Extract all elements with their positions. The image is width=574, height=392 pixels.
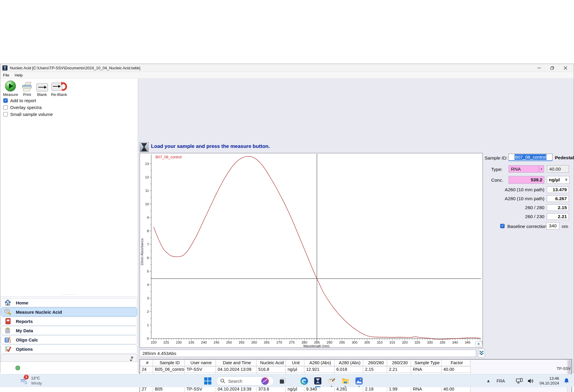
column-header[interactable]: A280 (Abs) (335, 359, 363, 366)
measure-button[interactable]: Measure (1, 79, 20, 97)
sidebar-more-button[interactable]: » (1, 354, 137, 362)
column-header[interactable]: Nucleic Acid (257, 359, 286, 366)
file-explorer-button[interactable] (340, 376, 350, 386)
sidebar-item-home[interactable]: Home (1, 298, 137, 307)
minimize-button[interactable] (532, 64, 546, 72)
nanodrop-app-button[interactable] (313, 376, 323, 386)
edge-browser-button[interactable] (299, 376, 309, 386)
a280-label: A280 (10 mm path) (483, 196, 544, 201)
reports-icon (4, 317, 12, 325)
factor-field[interactable]: 40.00 (547, 165, 569, 173)
blank-button[interactable]: Blank (35, 79, 50, 97)
search-input[interactable] (228, 378, 260, 384)
volume-button[interactable] (527, 378, 534, 384)
chevron-down-icon[interactable]: ∨ (565, 177, 568, 182)
sidebar-item-label: Home (16, 300, 28, 305)
svg-text:250: 250 (226, 341, 232, 344)
checkbox-icon[interactable] (3, 112, 8, 117)
blank-arrow-icon (36, 80, 48, 92)
svg-text:225: 225 (163, 341, 169, 344)
weather-widget[interactable]: 1 13°C Windy (20, 376, 42, 386)
concentration-field[interactable]: 539.2 (509, 176, 544, 184)
task-view-button[interactable] (277, 376, 288, 386)
sidebar-item-reports[interactable]: Reports (1, 317, 137, 326)
table-row[interactable]: 24B05_06_controlTP-SSV04.10.2024 13:0951… (140, 366, 471, 373)
baseline-correction-checkbox[interactable] (500, 224, 505, 228)
window-title: Nucleic Acid [C:\Users\TP-SSV\Documents\… (10, 66, 140, 70)
column-header[interactable]: Sample Type (411, 359, 442, 366)
language-indicator[interactable]: FRA (497, 379, 505, 383)
sidebar-item-my-data[interactable]: My Data (1, 326, 137, 335)
sidebar-item-label: Reports (16, 319, 33, 324)
photos-icon (355, 377, 363, 385)
option-label: Overlay spectra (10, 105, 42, 110)
baseline-unit-label: nm (562, 224, 568, 229)
unit-select[interactable]: ng/µl∨ (547, 176, 570, 184)
svg-text:8: 8 (147, 229, 149, 233)
svg-text:B07_08_control: B07_08_control (155, 155, 182, 159)
sidebar-item-options[interactable]: Options (1, 344, 137, 353)
menu-help[interactable]: Help (12, 72, 25, 78)
left-panel: Measure Print Blank (0, 79, 138, 373)
column-header[interactable]: Factor (442, 359, 471, 366)
table-cell: ng/µl (286, 366, 304, 373)
expand-table-button[interactable] (478, 349, 485, 358)
photos-app-button[interactable] (354, 376, 364, 386)
table-cell: 2.21 (387, 366, 411, 373)
column-header[interactable]: Date and Time (216, 359, 257, 366)
column-header[interactable]: 260/230 (387, 359, 411, 366)
paint-app-button[interactable] (326, 376, 337, 386)
column-header[interactable]: Unit (286, 359, 304, 366)
column-header[interactable]: 260/280 (363, 359, 387, 366)
sidebar-item-oligo-calc[interactable]: Oligo Calc (1, 335, 137, 344)
column-header[interactable]: A260 (Abs) (304, 359, 335, 366)
taskbar-search[interactable] (216, 376, 274, 386)
print-button[interactable]: Print (20, 79, 35, 97)
checkbox-icon[interactable] (3, 105, 8, 110)
reblank-button[interactable]: Re-Blank (50, 79, 69, 97)
table-cell: 6.018 (335, 366, 363, 373)
notifications-button[interactable] (563, 378, 570, 384)
table-header: #Sample IDUser nameDate and TimeNucleic … (140, 359, 572, 366)
add-to-report-option[interactable]: Add to report (3, 97, 53, 104)
close-button[interactable] (559, 64, 572, 72)
svg-text:270: 270 (276, 341, 282, 344)
overlay-spectra-option[interactable]: Overlay spectra (3, 104, 53, 111)
status-user: TP-SSV (557, 366, 571, 371)
small-sample-volume-option[interactable]: Small sample volume (3, 111, 53, 118)
title-bar[interactable]: Nucleic Acid [C:\Users\TP-SSV\Documents\… (0, 64, 574, 72)
measure-label: Measure (3, 92, 18, 97)
option-label: Add to report (10, 98, 36, 103)
a260-value: 13.479 (547, 186, 569, 193)
start-button[interactable] (203, 376, 213, 386)
ratio-260-230-value: 2.21 (547, 213, 569, 220)
checkbox-icon[interactable] (3, 98, 8, 103)
svg-text:9: 9 (147, 216, 149, 219)
svg-text:235: 235 (188, 341, 194, 344)
paint-icon (328, 377, 335, 385)
svg-text:3: 3 (147, 296, 149, 300)
svg-text:6: 6 (147, 256, 149, 260)
spectrum-chart[interactable]: 2202252302352402452502552602652702752802… (140, 153, 483, 348)
baseline-wavelength-field[interactable]: 340 (546, 222, 559, 229)
display-network-button[interactable] (516, 378, 523, 384)
tray-overflow-button[interactable]: ∧ (487, 379, 490, 383)
reblank-arrow-icon (51, 80, 67, 92)
spectrum-plot[interactable]: 2202252302352402452502552602652702752802… (140, 153, 483, 347)
type-select[interactable]: RNA▾ (509, 165, 544, 173)
sample-id-input[interactable]: B07_08_control (509, 154, 552, 161)
collapse-panel-button[interactable]: « (475, 341, 482, 346)
sidebar-item-measure-nucleic-acid[interactable]: Measure Nucleic Acid (1, 307, 137, 316)
column-header[interactable]: User name (185, 359, 216, 366)
copilot-icon[interactable] (261, 377, 269, 385)
splitter-handle[interactable]: ·········· (0, 293, 138, 295)
dropdown-arrow-icon[interactable]: ▾ (539, 166, 544, 172)
svg-text:275: 275 (289, 341, 294, 344)
taskbar-center (203, 374, 364, 388)
menu-file[interactable]: File (0, 72, 12, 78)
column-header[interactable]: # (140, 359, 153, 366)
sample-id-label: Sample ID: (485, 155, 508, 161)
restore-button[interactable] (546, 64, 559, 72)
column-header[interactable]: Sample ID (153, 359, 185, 366)
clock-widget[interactable]: 13:46 04.10.2024 (540, 376, 559, 386)
